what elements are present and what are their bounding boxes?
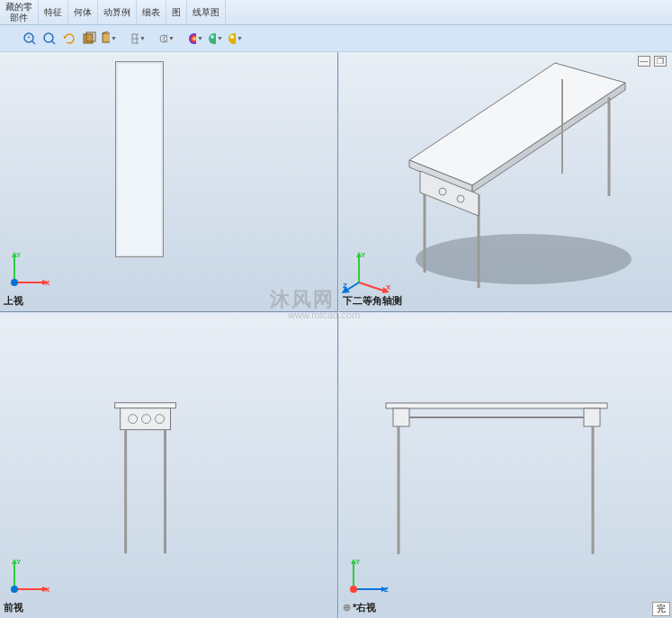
ribbon-label: 细表 [142,7,160,18]
svg-rect-62 [393,408,409,426]
view-label-top: 上视 [4,294,23,308]
svg-point-26 [11,279,18,286]
edit-appearance-icon[interactable]: ▼ [158,31,175,47]
ribbon-item-geometry[interactable]: 何体 [68,0,98,24]
svg-text:+: + [27,34,31,40]
ribbon-label: 图 [172,7,181,18]
view-label-front: 前视 [4,601,23,614]
ribbon-label: 藏的零 [5,2,32,13]
zoom-fit-icon[interactable] [41,31,58,47]
link-icon: ⊕ [343,602,351,613]
hide-show-icon[interactable]: ▼ [130,31,146,47]
coordinate-triad: Y X [4,555,58,600]
dropdown-arrow-icon: ▼ [168,35,175,41]
status-indicator: 完 [652,602,670,616]
viewport-top[interactable]: Y X 上视 [0,52,338,312]
dropdown-arrow-icon: ▼ [111,35,117,41]
ribbon-label: 特征 [44,7,62,18]
ribbon-item-detail-table[interactable]: 细表 [137,0,166,24]
svg-text:Y: Y [16,558,22,566]
viewport-front[interactable]: Y X 前视 [0,313,338,618]
svg-text:X: X [45,586,50,594]
svg-point-27 [416,234,632,284]
svg-point-17 [189,33,196,44]
svg-text:Y: Y [361,251,366,259]
svg-rect-48 [121,408,171,430]
section-icon[interactable] [81,31,97,47]
svg-rect-63 [584,408,600,426]
view-orientation-icon[interactable]: ▼ [227,31,243,47]
ribbon-item-hidden-parts[interactable]: 藏的零 部件 [0,0,39,24]
axis-x-label: X [45,279,50,287]
ribbon-item-drawing[interactable]: 图 [166,0,187,24]
axis-y-label: Y [16,251,22,259]
svg-point-20 [228,33,236,44]
coordinate-triad: Y X Z [343,248,397,293]
apply-scene-icon[interactable]: ▼ [187,31,203,47]
svg-point-19 [211,35,214,39]
svg-line-4 [51,40,55,44]
svg-rect-61 [386,403,607,408]
viewport-workspace: Y X 上视 — ❐ [0,52,672,618]
svg-text:X: X [386,283,391,291]
svg-point-18 [209,33,216,44]
coordinate-triad: Y Z [343,555,397,600]
svg-point-71 [350,586,357,593]
viewport-isometric[interactable]: — ❐ Y X Z [339,52,672,312]
coordinate-triad: Y X [4,248,58,293]
viewport-right[interactable]: Y Z ⊕*右视 完 [339,313,672,618]
ribbon-label: 部件 [5,13,32,23]
ribbon-item-sketch[interactable]: 线草图 [187,0,226,24]
dropdown-arrow-icon: ▼ [197,35,203,41]
ribbon-label: 线草图 [193,7,220,18]
svg-text:Z: Z [343,282,347,290]
ribbon-item-motion-study[interactable]: 动算例 [98,0,137,24]
svg-point-58 [11,586,18,593]
view-label-isometric: 下二等角轴测 [343,294,402,308]
rotate-icon[interactable] [61,31,77,47]
svg-line-40 [359,282,386,291]
ribbon-menu: 藏的零 部件 特征 何体 动算例 细表 图 线草图 [0,0,672,25]
ribbon-item-features[interactable]: 特征 [39,0,68,24]
svg-text:Y: Y [355,558,361,566]
ribbon-label: 动算例 [103,7,130,18]
svg-rect-47 [115,403,176,408]
model-top-view [115,61,164,257]
display-style-icon[interactable]: ▼ [101,31,117,47]
svg-line-1 [31,40,35,44]
svg-marker-28 [409,63,625,185]
svg-text:Z: Z [384,586,389,594]
view-label-text: *右视 [353,602,376,613]
ribbon-label: 何体 [74,7,92,18]
dropdown-arrow-icon: ▼ [139,35,146,41]
zoom-window-icon[interactable]: + [22,31,38,47]
view-toolbar: + ▼ ▼ ▼ ▼ ▼ ▼ [0,25,672,52]
view-settings-icon[interactable]: ▼ [207,31,223,47]
view-label-right: ⊕*右视 [343,601,376,614]
dropdown-arrow-icon: ▼ [217,35,223,41]
svg-rect-8 [103,33,110,42]
dropdown-arrow-icon: ▼ [237,35,243,41]
svg-point-21 [230,35,234,39]
